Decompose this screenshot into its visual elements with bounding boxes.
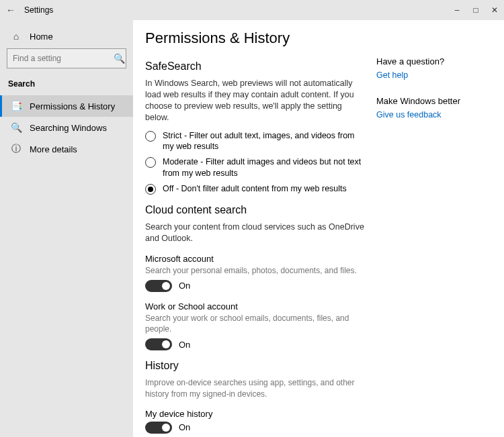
search-input[interactable] (13, 54, 114, 63)
sidebar-item-label: More details (30, 144, 77, 154)
close-button[interactable]: ✕ (485, 0, 504, 20)
info-icon: ⓘ (11, 144, 22, 154)
home-label: Home (30, 32, 53, 42)
radio-label: Moderate - Filter adult images and video… (163, 156, 364, 179)
sidebar-item-label: Permissions & History (30, 101, 115, 111)
radio-label: Strict - Filter out adult text, images, … (163, 130, 364, 153)
content: Permissions & History SafeSearch In Wind… (133, 20, 376, 437)
make-windows-better: Make Windows better (376, 96, 495, 106)
titlebar: ← Settings – □ ✕ (0, 0, 504, 20)
sidebar-item-permissions-history[interactable]: 📑 Permissions & History (0, 95, 133, 117)
find-setting-box[interactable]: 🔍 (7, 48, 126, 68)
search-icon: 🔍 (114, 53, 124, 64)
radio-off[interactable] (145, 184, 156, 195)
toggle-label: On (179, 340, 190, 350)
wsa-head: Work or School account (145, 301, 364, 311)
feedback-link[interactable]: Give us feedback (376, 110, 495, 119)
msa-head: Microsoft account (145, 254, 364, 264)
history-desc: Improve on-device searches using app, se… (145, 377, 364, 399)
safesearch-strict[interactable]: Strict - Filter out adult text, images, … (145, 130, 364, 153)
radio-strict[interactable] (145, 131, 156, 142)
search-windows-icon: 🔍 (11, 122, 22, 133)
sidebar-item-label: Searching Windows (30, 123, 107, 133)
safesearch-moderate[interactable]: Moderate - Filter adult images and video… (145, 156, 364, 179)
safesearch-off[interactable]: Off - Don't filter adult content from my… (145, 183, 364, 195)
toggle-label: On (179, 422, 190, 432)
toggle-label: On (179, 281, 190, 291)
sidebar: ⌂ Home 🔍 Search 📑 Permissions & History … (0, 20, 133, 437)
cloud-heading: Cloud content search (145, 204, 364, 216)
cloud-desc: Search your content from cloud services … (145, 222, 364, 244)
section-label: Search (0, 75, 133, 95)
safesearch-desc: In Windows Search, web previews will not… (145, 78, 364, 124)
wsa-toggle[interactable] (145, 338, 172, 350)
minimize-button[interactable]: – (448, 0, 466, 20)
msa-toggle[interactable] (145, 280, 172, 292)
home-icon: ⌂ (11, 31, 22, 42)
have-question: Have a question? (376, 56, 495, 66)
back-button[interactable]: ← (0, 5, 22, 15)
safesearch-heading: SafeSearch (145, 60, 364, 72)
device-history-toggle[interactable] (145, 422, 172, 434)
permissions-icon: 📑 (11, 101, 22, 111)
page-title: Permissions & History (145, 30, 364, 47)
home-nav[interactable]: ⌂ Home (0, 26, 133, 47)
device-history-head: My device history (145, 409, 364, 419)
radio-moderate[interactable] (145, 157, 156, 168)
get-help-link[interactable]: Get help (376, 70, 495, 80)
msa-desc: Search your personal emails, photos, doc… (145, 265, 364, 276)
window-title: Settings (24, 5, 53, 15)
sidebar-item-more-details[interactable]: ⓘ More details (0, 138, 133, 160)
help-panel: Have a question? Get help Make Windows b… (376, 20, 504, 437)
maximize-button[interactable]: □ (466, 0, 485, 20)
sidebar-item-searching-windows[interactable]: 🔍 Searching Windows (0, 117, 133, 138)
radio-label: Off - Don't filter adult content from my… (163, 183, 347, 195)
wsa-desc: Search your work or school emails, docum… (145, 313, 364, 334)
history-heading: History (145, 360, 364, 372)
